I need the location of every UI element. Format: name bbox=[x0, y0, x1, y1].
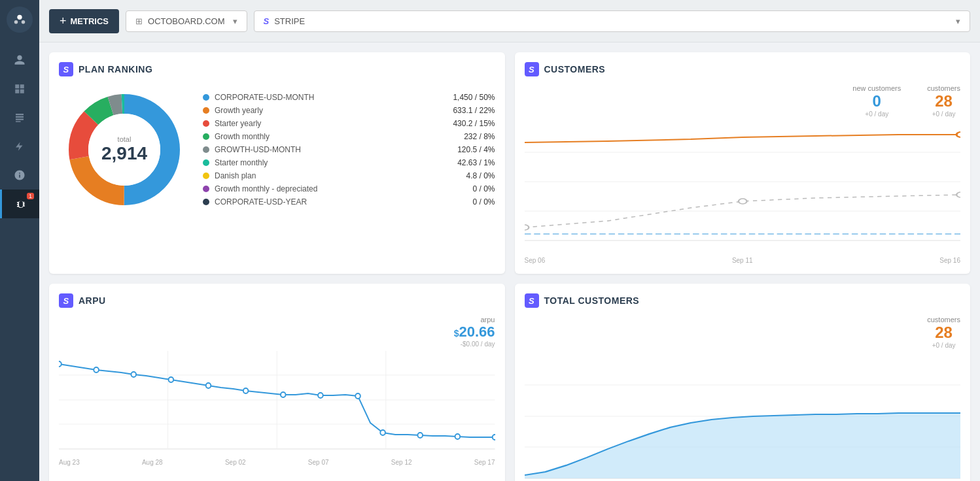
svg-point-1 bbox=[14, 20, 18, 24]
customers-chart bbox=[525, 123, 961, 254]
svg-point-0 bbox=[17, 15, 22, 20]
donut-center: total 2,914 bbox=[101, 135, 147, 164]
sidebar-item-data[interactable] bbox=[0, 103, 39, 132]
new-customers-sub: +0 / day bbox=[852, 110, 901, 118]
tc-label: customers bbox=[927, 316, 960, 323]
svg-point-16 bbox=[956, 192, 960, 197]
total-customers-chart bbox=[525, 354, 961, 481]
legend-item: CORPORATE-USD-MONTH 1,450 / 50% bbox=[203, 93, 495, 102]
legend-name: CORPORATE-USD-MONTH bbox=[215, 93, 438, 102]
legend-name: Growth monthly bbox=[215, 132, 438, 141]
stripe-logo-customers: S bbox=[525, 62, 539, 76]
legend-name: Starter monthly bbox=[215, 158, 438, 167]
arpu-chart bbox=[59, 351, 495, 456]
total-customers-title: S TOTAL CUSTOMERS bbox=[525, 293, 961, 308]
legend-dot bbox=[203, 94, 209, 101]
legend-name: Growth monthly - depreciated bbox=[215, 184, 438, 193]
svg-point-2 bbox=[22, 20, 26, 24]
legend-dot bbox=[203, 199, 209, 205]
legend-item: Starter yearly 430.2 / 15% bbox=[203, 119, 495, 128]
arpu-label: arpu bbox=[454, 316, 495, 323]
legend-value: 120.5 / 4% bbox=[443, 145, 495, 154]
legend-value: 0 / 0% bbox=[443, 184, 495, 193]
new-customers-metric: new customers 0 +0 / day bbox=[852, 84, 901, 118]
chevron-down-icon: ▾ bbox=[233, 16, 237, 26]
svg-point-32 bbox=[281, 392, 286, 397]
org-dropdown[interactable]: ⊞ OCTOBOARD.COM ▾ bbox=[126, 10, 247, 32]
svg-point-30 bbox=[206, 383, 211, 388]
svg-point-26 bbox=[59, 361, 61, 367]
stripe-logo-arpu: S bbox=[59, 293, 73, 308]
top-bar: + METRICS ⊞ OCTOBOARD.COM ▾ S STRIPE ▾ bbox=[39, 0, 980, 42]
total-customers-metric: customers 28 +0 / day bbox=[927, 316, 960, 349]
tc-value: 28 bbox=[927, 323, 960, 342]
customers-card: S CUSTOMERS new customers 0 +0 / day cus… bbox=[515, 52, 971, 274]
legend-item: Starter monthly 42.63 / 1% bbox=[203, 158, 495, 167]
legend-value: 4.8 / 0% bbox=[443, 171, 495, 180]
svg-point-31 bbox=[243, 388, 249, 393]
svg-point-35 bbox=[380, 430, 385, 435]
sidebar-item-bugs[interactable]: 1 bbox=[0, 190, 39, 218]
arpu-header: arpu $20.66 -$0.00 / day bbox=[59, 316, 495, 348]
sidebar-item-integrations[interactable] bbox=[0, 132, 39, 161]
customers-sub: +0 / day bbox=[927, 110, 960, 118]
stripe-icon: S bbox=[264, 16, 270, 26]
sidebar-item-info[interactable] bbox=[0, 161, 39, 190]
metrics-label: METRICS bbox=[71, 16, 109, 26]
plan-ranking-content: total 2,914 CORPORATE-USD-MONTH 1,450 / … bbox=[59, 84, 495, 215]
legend-value: 430.2 / 15% bbox=[443, 119, 495, 128]
chevron-down-icon-2: ▾ bbox=[956, 16, 960, 26]
legend-dot bbox=[203, 173, 209, 179]
legend-value: 633.1 / 22% bbox=[443, 106, 495, 115]
metrics-button[interactable]: + METRICS bbox=[49, 9, 119, 33]
legend-name: GROWTH-USD-MONTH bbox=[215, 145, 438, 154]
stripe-logo-plan: S bbox=[59, 62, 73, 76]
svg-point-27 bbox=[94, 367, 99, 373]
source-label: STRIPE bbox=[274, 16, 305, 26]
legend-item: Growth monthly 232 / 8% bbox=[203, 132, 495, 141]
org-label: OCTOBOARD.COM bbox=[148, 16, 225, 26]
svg-point-33 bbox=[318, 393, 323, 398]
customers-x-labels: Sep 06 Sep 11 Sep 16 bbox=[525, 254, 961, 264]
sidebar-item-dashboard[interactable] bbox=[0, 75, 39, 103]
legend-value: 1,450 / 50% bbox=[443, 93, 495, 102]
svg-point-34 bbox=[355, 393, 360, 399]
plus-icon: + bbox=[60, 14, 67, 28]
plan-ranking-card: S PLAN RANKING bbox=[49, 52, 505, 274]
arpu-card: S ARPU arpu $20.66 -$0.00 / day bbox=[49, 284, 505, 481]
bug-badge: 1 bbox=[27, 193, 34, 199]
sidebar: 1 bbox=[0, 0, 39, 481]
legend-dot bbox=[203, 120, 209, 127]
customers-label: customers bbox=[927, 84, 960, 92]
customers-title: S CUSTOMERS bbox=[525, 62, 961, 76]
legend-name: Danish plan bbox=[215, 171, 438, 180]
legend-name: Growth yearly bbox=[215, 106, 438, 115]
svg-point-29 bbox=[169, 377, 174, 382]
main-content: S PLAN RANKING bbox=[39, 42, 980, 481]
svg-point-37 bbox=[455, 434, 461, 439]
legend-dot bbox=[203, 159, 209, 166]
tc-sub: +0 / day bbox=[927, 342, 960, 349]
svg-marker-43 bbox=[525, 413, 961, 478]
donut-chart: total 2,914 bbox=[59, 84, 190, 215]
svg-point-36 bbox=[417, 433, 423, 438]
legend-dot bbox=[203, 107, 209, 114]
source-dropdown[interactable]: S STRIPE ▾ bbox=[254, 10, 970, 32]
svg-point-15 bbox=[738, 199, 746, 204]
total-customers-card: S TOTAL CUSTOMERS customers 28 +0 / day … bbox=[515, 284, 971, 481]
sidebar-item-profile[interactable] bbox=[0, 46, 39, 75]
legend-value: 0 / 0% bbox=[443, 197, 495, 207]
svg-point-38 bbox=[493, 435, 495, 440]
legend-name: CORPORATE-USD-YEAR bbox=[215, 197, 438, 207]
legend-value: 232 / 8% bbox=[443, 132, 495, 141]
plan-ranking-title: S PLAN RANKING bbox=[59, 62, 495, 76]
plan-legend: CORPORATE-USD-MONTH 1,450 / 50% Growth y… bbox=[203, 93, 495, 207]
new-customers-value: 0 bbox=[852, 92, 901, 110]
legend-item: CORPORATE-USD-YEAR 0 / 0% bbox=[203, 197, 495, 207]
legend-item: Danish plan 4.8 / 0% bbox=[203, 171, 495, 180]
stripe-logo-tc: S bbox=[525, 293, 539, 308]
legend-item: Growth yearly 633.1 / 22% bbox=[203, 106, 495, 115]
arpu-metric: arpu $20.66 -$0.00 / day bbox=[454, 316, 495, 348]
arpu-sub: -$0.00 / day bbox=[454, 340, 495, 348]
customers-value: 28 bbox=[927, 92, 960, 110]
